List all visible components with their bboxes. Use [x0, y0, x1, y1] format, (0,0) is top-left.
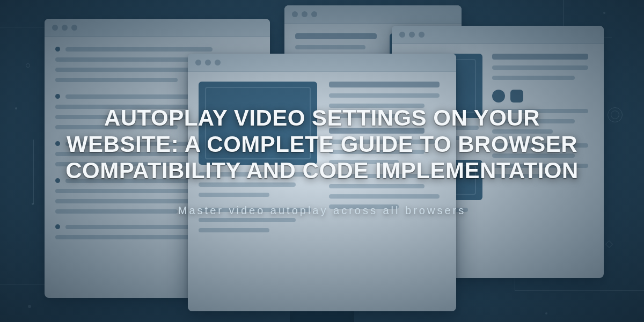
hero-copy: AUTOPLAY VIDEO SETTINGS ON YOUR WEBSITE:…	[0, 0, 644, 322]
hero-title: AUTOPLAY VIDEO SETTINGS ON YOUR WEBSITE:…	[62, 105, 582, 184]
hero-banner: ▸ ✕	[0, 0, 644, 322]
hero-subtitle: Master video autoplay across all browser…	[178, 204, 466, 217]
